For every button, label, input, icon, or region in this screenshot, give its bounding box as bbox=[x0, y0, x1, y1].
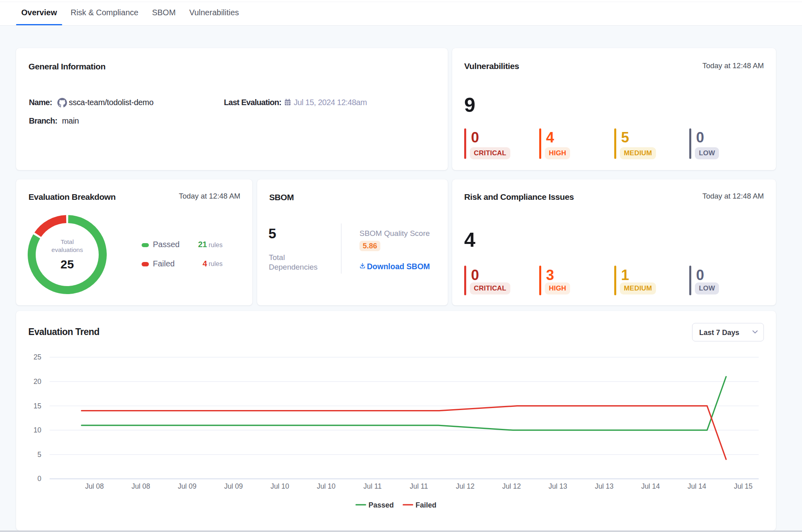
rc-high-value: 3 bbox=[546, 268, 554, 282]
passed-legend-label: Passed bbox=[369, 501, 394, 509]
download-icon bbox=[359, 262, 365, 269]
evaluation-trend-chart: 0510152025Jul 08Jul 08Jul 09Jul 09Jul 10… bbox=[16, 311, 776, 530]
tab-bar: Overview Risk & Compliance SBOM Vulnerab… bbox=[0, 0, 802, 26]
risk-compliance-timestamp: Today at 12:48 AM bbox=[703, 192, 764, 200]
repo-name-value: ssca-team/todolist-demo bbox=[69, 98, 154, 107]
x-tick-label-11: Jul 13 bbox=[595, 482, 614, 490]
vulnerabilities-timestamp: Today at 12:48 AM bbox=[703, 62, 764, 69]
rc-medium-value: 1 bbox=[621, 268, 629, 282]
evaluation-trend-card: Evaluation Trend Last 7 Days 0510152025J… bbox=[16, 311, 776, 530]
general-information-title: General Information bbox=[28, 62, 106, 71]
sbom-card: SBOM 5 Total Dependencies SBOM Quality S… bbox=[257, 179, 448, 305]
x-tick-label-12: Jul 14 bbox=[641, 482, 660, 490]
rc-low-label: LOW bbox=[699, 285, 715, 292]
vulnerabilities-card: Vulnerabilities Today at 12:48 AM 9 0 CR… bbox=[452, 48, 776, 170]
sbom-quality-score-label: SBOM Quality Score bbox=[359, 229, 430, 238]
sbom-quality-score-value: 5.86 bbox=[363, 242, 377, 250]
github-icon bbox=[57, 98, 67, 108]
risk-compliance-card: Risk and Compliance Issues Today at 12:4… bbox=[452, 179, 776, 305]
critical-bar bbox=[464, 266, 466, 295]
evaluation-breakdown-card: Evaluation Breakdown Today at 12:48 AM T… bbox=[16, 179, 252, 305]
low-bar bbox=[689, 266, 691, 295]
vuln-critical-value: 0 bbox=[471, 130, 479, 145]
rc-critical-label: CRITICAL bbox=[474, 285, 506, 292]
rc-high-label: HIGH bbox=[549, 285, 566, 292]
high-bar bbox=[539, 266, 541, 295]
evaluation-breakdown-donut-chart bbox=[28, 215, 107, 294]
rc-high-badge: HIGH bbox=[545, 282, 570, 294]
x-tick-label-8: Jul 12 bbox=[456, 482, 475, 490]
passed-legend-pill bbox=[142, 243, 149, 248]
medium-bar bbox=[614, 266, 616, 295]
vulnerabilities-total: 9 bbox=[464, 95, 475, 115]
y-tick-label-5: 5 bbox=[37, 451, 41, 459]
sbom-quality-score-badge: 5.86 bbox=[359, 241, 380, 251]
vuln-high-badge: HIGH bbox=[545, 147, 570, 159]
tab-sbom[interactable]: SBOM bbox=[147, 0, 181, 25]
donut-slice-failed bbox=[38, 219, 66, 235]
x-tick-label-10: Jul 13 bbox=[548, 482, 567, 490]
vuln-critical-badge: CRITICAL bbox=[470, 147, 510, 159]
name-label: Name: bbox=[29, 98, 52, 107]
critical-bar bbox=[464, 128, 466, 159]
failed-legend-label: Failed bbox=[416, 501, 437, 509]
vuln-high-value: 4 bbox=[546, 130, 554, 145]
tab-vulnerabilities[interactable]: Vulnerabilities bbox=[184, 0, 244, 25]
bottom-window-edge bbox=[0, 530, 802, 532]
evaluation-breakdown-timestamp: Today at 12:48 AM bbox=[179, 192, 240, 200]
failed-rules-unit: rules bbox=[209, 261, 223, 267]
x-tick-label-6: Jul 11 bbox=[363, 482, 382, 490]
sbom-divider bbox=[341, 223, 341, 274]
rc-medium-label: MEDIUM bbox=[624, 285, 652, 292]
x-tick-label-13: Jul 14 bbox=[688, 482, 707, 490]
tab-overview[interactable]: Overview bbox=[16, 0, 62, 25]
vuln-low-badge: LOW bbox=[695, 147, 719, 159]
tab-vulnerabilities-label: Vulnerabilities bbox=[189, 8, 239, 17]
donut-center-label-1: Total bbox=[35, 239, 99, 245]
last-evaluation-value: Jul 15, 2024 12:48am bbox=[294, 98, 367, 107]
donut-center-value: 25 bbox=[35, 258, 99, 270]
failed-legend-pill bbox=[142, 262, 149, 266]
x-tick-label-3: Jul 09 bbox=[224, 482, 243, 490]
vuln-low-value: 0 bbox=[696, 130, 704, 145]
passed-series-line bbox=[81, 377, 726, 430]
vuln-medium-badge: MEDIUM bbox=[620, 147, 656, 159]
rc-low-badge: LOW bbox=[695, 282, 719, 294]
rc-critical-badge: CRITICAL bbox=[470, 282, 510, 294]
vuln-high-label: HIGH bbox=[549, 150, 566, 156]
rc-medium-badge: MEDIUM bbox=[620, 282, 656, 294]
general-information-card: General Information Name: ssca-team/todo… bbox=[16, 48, 448, 170]
passed-legend-label: Passed bbox=[153, 240, 180, 248]
y-tick-label-20: 20 bbox=[34, 378, 42, 386]
rc-low-value: 0 bbox=[696, 268, 704, 282]
vuln-medium-label: MEDIUM bbox=[624, 150, 652, 156]
y-tick-label-0: 0 bbox=[37, 475, 41, 483]
evaluation-breakdown-title: Evaluation Breakdown bbox=[28, 193, 116, 201]
vuln-medium-value: 5 bbox=[621, 130, 629, 145]
vuln-low-label: LOW bbox=[699, 150, 715, 156]
vuln-critical-label: CRITICAL bbox=[474, 150, 506, 156]
failed-rules-count: 4 bbox=[191, 260, 207, 268]
medium-bar bbox=[614, 128, 616, 159]
total-dependencies-value: 5 bbox=[268, 226, 276, 240]
rc-critical-value: 0 bbox=[471, 268, 479, 282]
overview-page: Overview Risk & Compliance SBOM Vulnerab… bbox=[0, 0, 802, 532]
calendar-icon bbox=[284, 99, 291, 106]
x-tick-label-7: Jul 11 bbox=[410, 482, 428, 490]
risk-compliance-title: Risk and Compliance Issues bbox=[464, 193, 574, 201]
high-bar bbox=[539, 128, 541, 159]
tab-overview-label: Overview bbox=[21, 8, 57, 17]
y-tick-label-10: 10 bbox=[34, 426, 42, 434]
x-tick-label-0: Jul 08 bbox=[85, 482, 104, 490]
download-sbom-link[interactable]: Download SBOM bbox=[367, 262, 430, 270]
low-bar bbox=[689, 128, 691, 159]
passed-rules-count: 21 bbox=[191, 240, 207, 248]
sbom-title: SBOM bbox=[269, 193, 294, 201]
branch-label: Branch: bbox=[29, 117, 57, 125]
branch-value: main bbox=[62, 117, 79, 125]
donut-center-label-2: evaluations bbox=[35, 247, 99, 253]
passed-rules-unit: rules bbox=[209, 242, 223, 248]
tab-sbom-label: SBOM bbox=[152, 8, 176, 17]
tab-risk-compliance[interactable]: Risk & Compliance bbox=[65, 0, 144, 25]
x-tick-label-9: Jul 12 bbox=[502, 482, 521, 490]
